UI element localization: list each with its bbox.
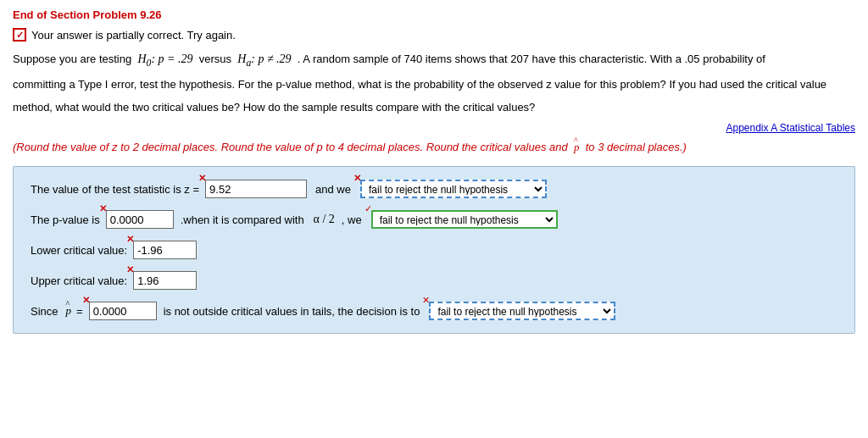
since-middle-text: is not outside critical values in tails,… [164, 305, 420, 318]
status-message: Your answer is partially correct. Try ag… [31, 29, 236, 42]
problem-line1-start: Suppose you are testing [13, 53, 131, 65]
and-we-text: and we [315, 183, 351, 196]
p-hat-since: p^ [66, 304, 72, 318]
test-statistic-label: The value of the test statistic is z = [31, 183, 199, 196]
decision-dropdown-3[interactable]: fail to reject the null hypothesis rejec… [429, 302, 615, 320]
alpha-label: α / 2 [314, 213, 335, 226]
pvalue-row: The p-value is ✕ .when it is compared wi… [31, 210, 837, 229]
since-input-wrapper: ✕ [89, 302, 157, 320]
equals-sign: = [76, 305, 83, 318]
test-statistic-input-wrapper: ✕ [205, 180, 307, 198]
dropdown3-wrapper: ✕ fail to reject the null hypothesis rej… [429, 302, 615, 320]
since-row: Since p^ = ✕ is not outside critical val… [31, 302, 837, 320]
dropdown2-wrapper: ✓ fail to reject the null hypothesis rej… [371, 210, 558, 229]
we-label: , we [342, 213, 362, 226]
status-row: ✓ Your answer is partially correct. Try … [13, 28, 855, 42]
lower-label: Lower critical value: [31, 244, 127, 257]
check-mark-d2: ✓ [364, 203, 372, 214]
problem-line3: method, what would the two critical valu… [13, 99, 855, 117]
upper-critical-row: Upper critical value: ✕ [31, 271, 837, 290]
ha-formula: Ha: p ≠ .29 [237, 53, 291, 65]
x-mark-lower: ✕ [126, 234, 134, 245]
appendix-link[interactable]: Appendix A Statistical Tables [13, 122, 855, 134]
pvalue-input-wrapper: ✕ [106, 210, 174, 229]
test-statistic-row: The value of the test statistic is z = ✕… [31, 180, 837, 198]
problem-text-block: Suppose you are testing H0: p = .29 vers… [13, 50, 855, 71]
h0-formula: H0: p = .29 [137, 53, 192, 65]
section-header: End of Section Problem 9.26 [13, 8, 855, 21]
upper-label: Upper critical value: [31, 274, 127, 287]
upper-input-wrapper: ✕ [133, 271, 197, 290]
x-mark-since: ✕ [82, 295, 90, 306]
answer-area: The value of the test statistic is z = ✕… [13, 166, 855, 334]
x-mark-d3: ✕ [422, 295, 430, 306]
lower-input-wrapper: ✕ [133, 241, 197, 259]
since-value-input[interactable] [89, 302, 157, 320]
when-compared-text: .when it is compared with [181, 213, 304, 226]
check-icon: ✓ [13, 28, 26, 42]
decision-dropdown-1[interactable]: fail to reject the null hypothesis rejec… [360, 180, 547, 198]
upper-critical-input[interactable] [133, 271, 197, 290]
lower-critical-input[interactable] [133, 241, 197, 259]
problem-line1-end: . A random sample of 740 items shows tha… [298, 53, 765, 65]
rounding-note: (Round the value of z to 2 decimal place… [13, 141, 855, 154]
rounding-p-var: p^ [574, 141, 580, 154]
x-mark-d1: ✕ [353, 173, 361, 184]
x-mark-p: ✕ [99, 203, 107, 214]
versus-text: versus [199, 53, 231, 65]
test-statistic-input[interactable] [205, 180, 307, 198]
pvalue-label: The p-value is [31, 213, 100, 226]
decision-dropdown-2[interactable]: fail to reject the null hypothesis rejec… [371, 210, 558, 229]
lower-critical-row: Lower critical value: ✕ [31, 241, 837, 259]
since-label: Since [31, 305, 58, 318]
x-mark-z: ✕ [198, 173, 206, 184]
pvalue-input[interactable] [106, 210, 174, 229]
problem-line2: committing a Type I error, test the hypo… [13, 76, 855, 94]
x-mark-upper: ✕ [126, 264, 134, 275]
dropdown1-wrapper: ✕ fail to reject the null hypothesis rej… [360, 180, 547, 198]
